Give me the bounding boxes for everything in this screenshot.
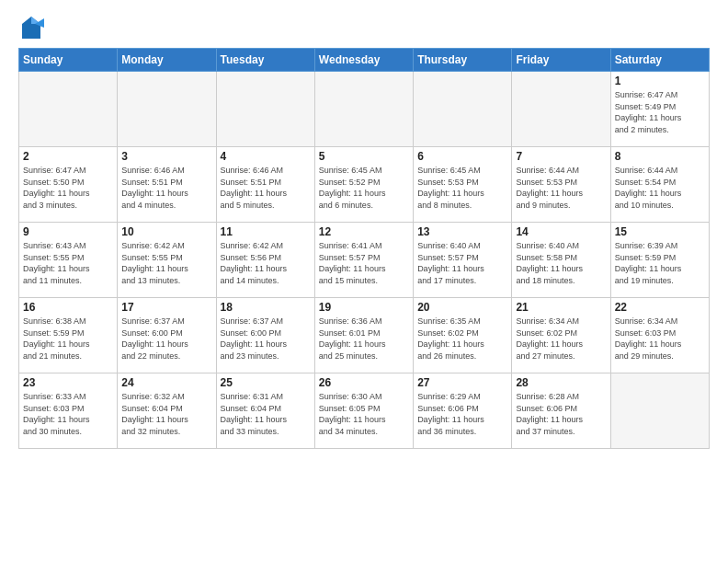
column-header-sunday: Sunday [19, 49, 118, 72]
calendar-day-cell: 11Sunrise: 6:42 AM Sunset: 5:56 PM Dayli… [216, 223, 314, 298]
day-number: 1 [615, 75, 705, 87]
day-info: Sunrise: 6:38 AM Sunset: 5:59 PM Dayligh… [23, 316, 113, 362]
day-number: 27 [417, 376, 507, 389]
logo-icon [18, 15, 44, 40]
calendar-table: SundayMondayTuesdayWednesdayThursdayFrid… [18, 48, 710, 449]
day-number: 24 [121, 376, 211, 389]
calendar-day-cell: 27Sunrise: 6:29 AM Sunset: 6:06 PM Dayli… [414, 373, 512, 449]
calendar-day-cell: 23Sunrise: 6:33 AM Sunset: 6:03 PM Dayli… [19, 373, 118, 449]
day-info: Sunrise: 6:44 AM Sunset: 5:54 PM Dayligh… [615, 165, 705, 211]
day-info: Sunrise: 6:42 AM Sunset: 5:56 PM Dayligh… [221, 240, 311, 286]
logo [18, 15, 48, 40]
day-info: Sunrise: 6:42 AM Sunset: 5:55 PM Dayligh… [121, 240, 211, 286]
calendar-day-cell: 14Sunrise: 6:40 AM Sunset: 5:58 PM Dayli… [512, 223, 610, 298]
page-header [18, 15, 710, 40]
column-header-saturday: Saturday [610, 49, 709, 72]
calendar-day-cell: 7Sunrise: 6:44 AM Sunset: 5:53 PM Daylig… [512, 147, 610, 223]
day-info: Sunrise: 6:46 AM Sunset: 5:51 PM Dayligh… [221, 165, 311, 211]
calendar-day-cell: 16Sunrise: 6:38 AM Sunset: 5:59 PM Dayli… [19, 298, 118, 373]
calendar-day-cell: 25Sunrise: 6:31 AM Sunset: 6:04 PM Dayli… [216, 373, 314, 449]
column-header-friday: Friday [512, 49, 610, 72]
day-number: 11 [221, 225, 311, 238]
calendar-day-cell: 10Sunrise: 6:42 AM Sunset: 5:55 PM Dayli… [118, 223, 216, 298]
calendar-day-cell: 6Sunrise: 6:45 AM Sunset: 5:53 PM Daylig… [414, 147, 512, 223]
calendar-day-cell: 22Sunrise: 6:34 AM Sunset: 6:03 PM Dayli… [610, 298, 709, 373]
calendar-day-cell: 28Sunrise: 6:28 AM Sunset: 6:06 PM Dayli… [512, 373, 610, 449]
calendar-day-cell: 8Sunrise: 6:44 AM Sunset: 5:54 PM Daylig… [610, 147, 709, 223]
column-header-thursday: Thursday [414, 49, 512, 72]
day-info: Sunrise: 6:33 AM Sunset: 6:03 PM Dayligh… [23, 391, 113, 437]
day-number: 12 [319, 225, 409, 238]
calendar-day-cell [414, 72, 512, 147]
day-number: 15 [615, 225, 705, 238]
calendar-day-cell [19, 72, 118, 147]
calendar-day-cell: 2Sunrise: 6:47 AM Sunset: 5:50 PM Daylig… [19, 147, 118, 223]
calendar-day-cell: 26Sunrise: 6:30 AM Sunset: 6:05 PM Dayli… [314, 373, 413, 449]
calendar-week-row: 2Sunrise: 6:47 AM Sunset: 5:50 PM Daylig… [19, 147, 710, 223]
day-info: Sunrise: 6:31 AM Sunset: 6:04 PM Dayligh… [221, 391, 311, 437]
calendar-page: SundayMondayTuesdayWednesdayThursdayFrid… [0, 0, 728, 563]
calendar-day-cell [216, 72, 314, 147]
calendar-week-row: 23Sunrise: 6:33 AM Sunset: 6:03 PM Dayli… [19, 373, 710, 449]
day-number: 19 [319, 301, 409, 314]
day-info: Sunrise: 6:47 AM Sunset: 5:49 PM Dayligh… [615, 89, 705, 135]
calendar-day-cell [512, 72, 610, 147]
day-number: 6 [417, 150, 507, 163]
day-info: Sunrise: 6:35 AM Sunset: 6:02 PM Dayligh… [417, 316, 507, 362]
day-number: 21 [516, 301, 606, 314]
day-info: Sunrise: 6:36 AM Sunset: 6:01 PM Dayligh… [319, 316, 409, 362]
day-number: 17 [121, 301, 211, 314]
day-info: Sunrise: 6:34 AM Sunset: 6:03 PM Dayligh… [615, 316, 705, 362]
column-header-tuesday: Tuesday [216, 49, 314, 72]
calendar-day-cell: 24Sunrise: 6:32 AM Sunset: 6:04 PM Dayli… [118, 373, 216, 449]
day-info: Sunrise: 6:46 AM Sunset: 5:51 PM Dayligh… [121, 165, 211, 211]
day-info: Sunrise: 6:37 AM Sunset: 6:00 PM Dayligh… [221, 316, 311, 362]
day-number: 10 [121, 225, 211, 238]
calendar-day-cell [610, 373, 709, 449]
calendar-day-cell: 13Sunrise: 6:40 AM Sunset: 5:57 PM Dayli… [414, 223, 512, 298]
calendar-day-cell: 3Sunrise: 6:46 AM Sunset: 5:51 PM Daylig… [118, 147, 216, 223]
day-info: Sunrise: 6:30 AM Sunset: 6:05 PM Dayligh… [319, 391, 409, 437]
calendar-day-cell: 21Sunrise: 6:34 AM Sunset: 6:02 PM Dayli… [512, 298, 610, 373]
day-info: Sunrise: 6:39 AM Sunset: 5:59 PM Dayligh… [615, 240, 705, 286]
day-number: 22 [615, 301, 705, 314]
day-info: Sunrise: 6:43 AM Sunset: 5:55 PM Dayligh… [23, 240, 113, 286]
day-number: 8 [615, 150, 705, 163]
calendar-day-cell: 9Sunrise: 6:43 AM Sunset: 5:55 PM Daylig… [19, 223, 118, 298]
calendar-header-row: SundayMondayTuesdayWednesdayThursdayFrid… [19, 49, 710, 72]
day-number: 5 [319, 150, 409, 163]
day-number: 9 [23, 225, 113, 238]
day-info: Sunrise: 6:29 AM Sunset: 6:06 PM Dayligh… [417, 391, 507, 437]
day-number: 20 [417, 301, 507, 314]
day-info: Sunrise: 6:44 AM Sunset: 5:53 PM Dayligh… [516, 165, 606, 211]
day-number: 3 [121, 150, 211, 163]
day-info: Sunrise: 6:45 AM Sunset: 5:52 PM Dayligh… [319, 165, 409, 211]
day-number: 7 [516, 150, 606, 163]
calendar-day-cell: 5Sunrise: 6:45 AM Sunset: 5:52 PM Daylig… [314, 147, 413, 223]
day-info: Sunrise: 6:34 AM Sunset: 6:02 PM Dayligh… [516, 316, 606, 362]
calendar-week-row: 1Sunrise: 6:47 AM Sunset: 5:49 PM Daylig… [19, 72, 710, 147]
calendar-day-cell: 17Sunrise: 6:37 AM Sunset: 6:00 PM Dayli… [118, 298, 216, 373]
calendar-day-cell: 4Sunrise: 6:46 AM Sunset: 5:51 PM Daylig… [216, 147, 314, 223]
day-info: Sunrise: 6:40 AM Sunset: 5:57 PM Dayligh… [417, 240, 507, 286]
calendar-day-cell: 20Sunrise: 6:35 AM Sunset: 6:02 PM Dayli… [414, 298, 512, 373]
day-number: 4 [221, 150, 311, 163]
calendar-day-cell [118, 72, 216, 147]
calendar-week-row: 9Sunrise: 6:43 AM Sunset: 5:55 PM Daylig… [19, 223, 710, 298]
day-info: Sunrise: 6:45 AM Sunset: 5:53 PM Dayligh… [417, 165, 507, 211]
day-info: Sunrise: 6:32 AM Sunset: 6:04 PM Dayligh… [121, 391, 211, 437]
calendar-day-cell [314, 72, 413, 147]
day-number: 28 [516, 376, 606, 389]
day-info: Sunrise: 6:41 AM Sunset: 5:57 PM Dayligh… [319, 240, 409, 286]
day-info: Sunrise: 6:47 AM Sunset: 5:50 PM Dayligh… [23, 165, 113, 211]
day-number: 26 [319, 376, 409, 389]
day-number: 23 [23, 376, 113, 389]
calendar-day-cell: 19Sunrise: 6:36 AM Sunset: 6:01 PM Dayli… [314, 298, 413, 373]
day-number: 14 [516, 225, 606, 238]
day-number: 18 [221, 301, 311, 314]
column-header-wednesday: Wednesday [314, 49, 413, 72]
day-info: Sunrise: 6:40 AM Sunset: 5:58 PM Dayligh… [516, 240, 606, 286]
day-info: Sunrise: 6:28 AM Sunset: 6:06 PM Dayligh… [516, 391, 606, 437]
day-number: 13 [417, 225, 507, 238]
day-number: 16 [23, 301, 113, 314]
